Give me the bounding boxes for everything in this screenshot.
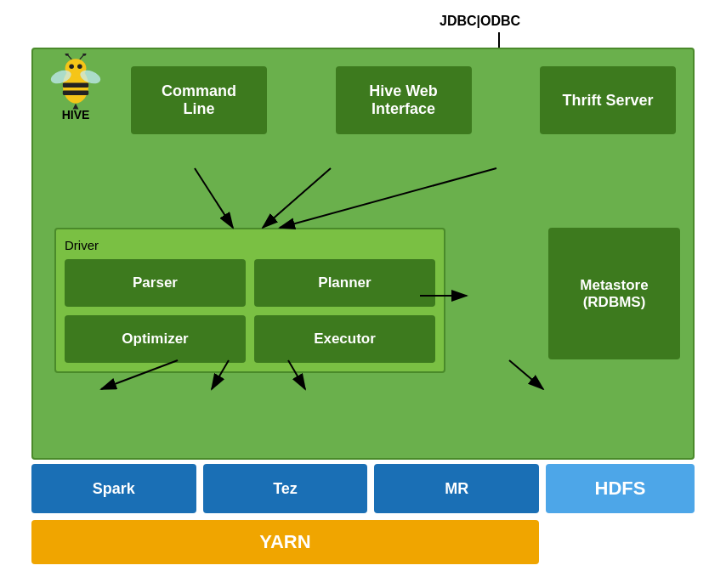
hdfs-box: HDFS [546,464,695,513]
svg-line-15 [263,168,331,228]
thrift-server-box: Thrift Server [540,66,676,134]
executor-box: Executor [254,315,435,363]
parser-box: Parser [65,259,246,307]
svg-line-6 [67,54,71,59]
yarn-row: YARN [31,520,695,564]
metastore-box: Metastore(RDBMS) [548,228,680,359]
diagram-container: JDBC|ODBC [23,14,703,574]
spark-tez-mr-group: Spark Tez MR [31,464,539,513]
command-line-box: Command Line [131,66,267,134]
driver-label: Driver [65,238,435,252]
execution-row: Spark Tez MR HDFS [31,464,695,513]
svg-line-8 [80,54,84,59]
bottom-section: Spark Tez MR HDFS YARN [31,464,695,574]
planner-box: Planner [254,259,435,307]
yarn-box: YARN [31,520,539,564]
svg-line-14 [195,168,233,228]
svg-line-21 [509,360,543,389]
svg-line-16 [280,168,496,228]
mr-box: MR [374,464,539,513]
driver-grid: Parser Planner Optimizer Executor [65,259,435,363]
driver-area: Driver Parser Planner Optimizer Executor [54,228,445,373]
tez-box: Tez [203,464,368,513]
jdbc-label: JDBC|ODBC [440,14,520,29]
spark-box: Spark [31,464,196,513]
yarn-spacer [546,520,695,564]
optimizer-box: Optimizer [65,315,246,363]
main-green-container: HIVE Command Line Hive Web Interface Thr… [31,48,695,460]
hive-web-interface-box: Hive Web Interface [336,66,472,134]
